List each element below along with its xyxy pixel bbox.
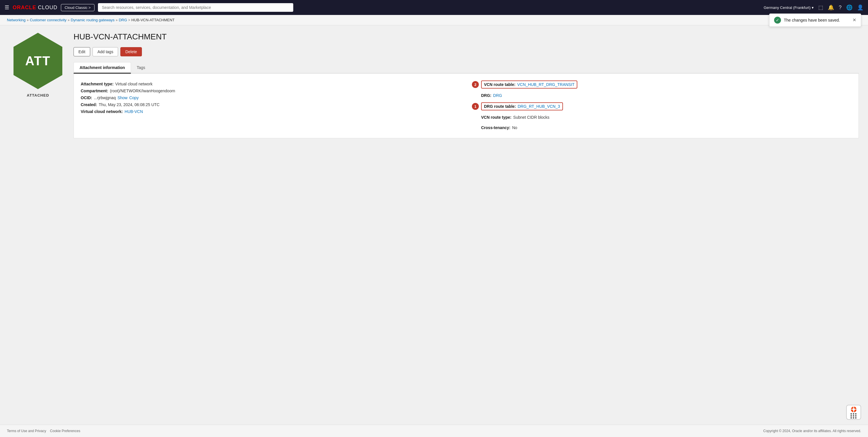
menu-icon[interactable]: ☰ bbox=[5, 4, 9, 11]
vcn-route-type-value: Subnet CIDR blocks bbox=[513, 115, 550, 120]
cookie-preferences-link[interactable]: Cookie Preferences bbox=[50, 429, 80, 433]
toast-message: The changes have been saved. bbox=[784, 18, 840, 23]
drg-route-table-row: 1 DRG route table: DRG_RT_HUB_VCN_3 bbox=[472, 103, 851, 110]
breadcrumb-current: HUB-VCN-ATTACHMENT bbox=[131, 18, 174, 22]
vcn-route-table-label: VCN route table: bbox=[484, 82, 516, 87]
drg-label: DRG: bbox=[481, 93, 491, 98]
info-panel: Attachment type: Virtual cloud network C… bbox=[73, 74, 859, 138]
footer-copyright: Copyright © 2024, Oracle and/or its affi… bbox=[763, 429, 861, 433]
toast-success-icon: ✓ bbox=[774, 17, 781, 24]
terms-link[interactable]: Terms of Use and Privacy bbox=[7, 429, 46, 433]
status-badge: ATTACHED bbox=[27, 93, 49, 97]
resource-hexagon: ATT bbox=[13, 33, 62, 89]
ocid-short: ...rjrbwjgnaq bbox=[94, 95, 116, 100]
breadcrumb-drg[interactable]: DRG bbox=[119, 18, 127, 22]
action-bar: Edit Add tags Delete bbox=[73, 47, 859, 56]
help-fab-grid-icon bbox=[850, 413, 857, 418]
left-panel: ATT ATTACHED bbox=[9, 32, 67, 418]
topbar-right: Germany Central (Frankfurt) ▾ ⬚ 🔔 ? 🌐 👤 bbox=[764, 4, 863, 11]
add-tags-button[interactable]: Add tags bbox=[92, 47, 118, 56]
breadcrumb: Networking » Customer connectivity » Dyn… bbox=[7, 18, 175, 22]
info-grid: Attachment type: Virtual cloud network C… bbox=[81, 81, 851, 131]
info-right-column: 2 VCN route table: VCN_HUB_RT_DRG_TRANSI… bbox=[472, 81, 851, 131]
compartment-value: (root)/NETWORK/IwanHoogendoorn bbox=[110, 89, 175, 93]
tab-attachment-information[interactable]: Attachment information bbox=[73, 62, 131, 74]
main-content: ATT ATTACHED HUB-VCN-ATTACHMENT Edit Add… bbox=[0, 25, 868, 425]
user-icon[interactable]: 👤 bbox=[857, 4, 863, 11]
region-label: Germany Central (Frankfurt) bbox=[764, 5, 811, 10]
screen-icon[interactable]: ⬚ bbox=[818, 4, 823, 11]
badge-2: 2 bbox=[472, 81, 479, 88]
search-input[interactable] bbox=[98, 3, 293, 12]
vcn-row: Virtual cloud network: HUB-VCN bbox=[81, 108, 460, 115]
drg-link[interactable]: DRG bbox=[493, 93, 502, 98]
created-value: Thu, May 23, 2024, 06:08:25 UTC bbox=[99, 103, 160, 107]
breadcrumb-sep-3: » bbox=[116, 18, 118, 22]
help-icon[interactable]: ? bbox=[839, 5, 842, 11]
drg-row: DRG: DRG bbox=[481, 92, 851, 99]
vcn-route-table-link[interactable]: VCN_HUB_RT_DRG_TRANSIT bbox=[517, 82, 575, 87]
logo-cloud: Cloud bbox=[38, 5, 57, 11]
attachment-type-value: Virtual cloud network bbox=[115, 82, 153, 86]
vcn-route-table-highlighted: VCN route table: VCN_HUB_RT_DRG_TRANSIT bbox=[481, 81, 577, 89]
cross-tenancy-label: Cross-tenancy: bbox=[481, 125, 510, 130]
bell-icon[interactable]: 🔔 bbox=[828, 4, 834, 11]
drg-route-table-highlighted: DRG route table: DRG_RT_HUB_VCN_3 bbox=[481, 103, 563, 110]
compartment-label: Compartment: bbox=[81, 89, 108, 93]
created-label: Created: bbox=[81, 103, 97, 107]
region-selector[interactable]: Germany Central (Frankfurt) ▾ bbox=[764, 5, 814, 10]
breadcrumb-networking[interactable]: Networking bbox=[7, 18, 26, 22]
help-fab-button[interactable]: 🛟 bbox=[846, 405, 861, 420]
breadcrumb-sep-1: » bbox=[27, 18, 29, 22]
hexagon-container: ATT bbox=[12, 32, 64, 90]
oracle-logo: ORACLE Cloud bbox=[13, 5, 57, 11]
vcn-route-type-row: VCN route type: Subnet CIDR blocks bbox=[481, 114, 851, 121]
vcn-label: Virtual cloud network: bbox=[81, 109, 123, 114]
cross-tenancy-value: No bbox=[512, 125, 517, 130]
created-row: Created: Thu, May 23, 2024, 06:08:25 UTC bbox=[81, 101, 460, 108]
breadcrumb-sep-4: > bbox=[128, 18, 130, 22]
region-chevron-icon: ▾ bbox=[812, 5, 814, 10]
info-left-column: Attachment type: Virtual cloud network C… bbox=[81, 81, 460, 131]
tabs: Attachment information Tags bbox=[73, 62, 859, 74]
badge-1: 1 bbox=[472, 103, 479, 110]
attachment-type-row: Attachment type: Virtual cloud network bbox=[81, 81, 460, 87]
topbar: ☰ ORACLE Cloud Cloud Classic > Germany C… bbox=[0, 0, 868, 15]
edit-button[interactable]: Edit bbox=[73, 47, 90, 56]
ocid-row: OCID: ...rjrbwjgnaq Show Copy bbox=[81, 94, 460, 101]
toast-notification: ✓ The changes have been saved. ✕ bbox=[769, 13, 861, 27]
vcn-link[interactable]: HUB-VCN bbox=[125, 109, 143, 114]
attachment-type-label: Attachment type: bbox=[81, 82, 114, 86]
breadcrumb-sep-2: » bbox=[68, 18, 70, 22]
delete-button[interactable]: Delete bbox=[120, 47, 142, 56]
logo-oracle: ORACLE bbox=[13, 5, 36, 11]
drg-route-table-label: DRG route table: bbox=[484, 104, 516, 109]
cross-tenancy-row: Cross-tenancy: No bbox=[481, 124, 851, 131]
tab-tags[interactable]: Tags bbox=[131, 62, 151, 74]
hexagon-initials: ATT bbox=[25, 55, 51, 67]
breadcrumb-bar: Networking » Customer connectivity » Dyn… bbox=[0, 15, 868, 25]
vcn-route-table-row: 2 VCN route table: VCN_HUB_RT_DRG_TRANSI… bbox=[472, 81, 851, 89]
ocid-label: OCID: bbox=[81, 95, 92, 100]
breadcrumb-customer-connectivity[interactable]: Customer connectivity bbox=[30, 18, 67, 22]
page-title: HUB-VCN-ATTACHMENT bbox=[73, 32, 859, 41]
footer: Terms of Use and Privacy Cookie Preferen… bbox=[0, 425, 868, 437]
footer-left: Terms of Use and Privacy Cookie Preferen… bbox=[7, 429, 80, 433]
compartment-row: Compartment: (root)/NETWORK/IwanHoogendo… bbox=[81, 87, 460, 94]
cloud-classic-button[interactable]: Cloud Classic > bbox=[61, 4, 94, 11]
drg-route-table-link[interactable]: DRG_RT_HUB_VCN_3 bbox=[518, 104, 560, 109]
globe-icon[interactable]: 🌐 bbox=[846, 4, 852, 11]
breadcrumb-dynamic-routing-gateways[interactable]: Dynamic routing gateways bbox=[71, 18, 114, 22]
vcn-route-type-label: VCN route type: bbox=[481, 115, 512, 120]
help-fab-icon: 🛟 bbox=[850, 406, 857, 413]
right-panel: HUB-VCN-ATTACHMENT Edit Add tags Delete … bbox=[73, 32, 859, 418]
toast-close-button[interactable]: ✕ bbox=[852, 17, 856, 23]
ocid-copy-link[interactable]: Copy bbox=[129, 95, 139, 100]
ocid-show-link[interactable]: Show bbox=[118, 95, 127, 100]
